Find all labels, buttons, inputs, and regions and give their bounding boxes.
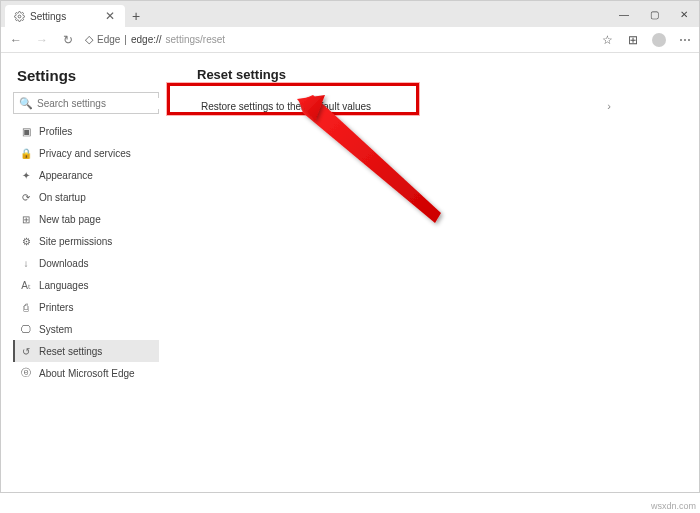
- sidebar-item-label: On startup: [39, 192, 86, 203]
- sidebar-item-label: Downloads: [39, 258, 88, 269]
- sidebar-item-system[interactable]: 🖵System: [13, 318, 159, 340]
- privacy-icon: 🔒: [19, 146, 33, 160]
- refresh-button[interactable]: ↻: [59, 31, 77, 49]
- reset-icon: ↺: [19, 344, 33, 358]
- appearance-icon: ✦: [19, 168, 33, 182]
- sidebar-item-label: Site permissions: [39, 236, 112, 247]
- sidebar-item-appearance[interactable]: ✦Appearance: [13, 164, 159, 186]
- sidebar-item-about-microsoft-edge[interactable]: ⓔAbout Microsoft Edge: [13, 362, 159, 384]
- main-panel: Reset settings Restore settings to their…: [171, 53, 699, 492]
- page-content: Settings 🔍 ▣Profiles🔒Privacy and service…: [1, 53, 699, 492]
- newtab-icon: ⊞: [19, 212, 33, 226]
- browser-window: Settings ✕ + — ▢ ✕ ← → ↻ ◇ Edge | edge:/…: [0, 0, 700, 493]
- search-box[interactable]: 🔍: [13, 92, 159, 114]
- url-path: settings/reset: [166, 34, 225, 45]
- sidebar-nav: ▣Profiles🔒Privacy and services✦Appearanc…: [13, 120, 159, 384]
- gear-icon: [13, 10, 25, 22]
- search-input[interactable]: [37, 98, 164, 109]
- back-button[interactable]: ←: [7, 31, 25, 49]
- url-host: edge://: [131, 34, 162, 45]
- browser-tab[interactable]: Settings ✕: [5, 5, 125, 27]
- minimize-button[interactable]: —: [609, 1, 639, 27]
- sidebar-item-profiles[interactable]: ▣Profiles: [13, 120, 159, 142]
- window-controls: — ▢ ✕: [609, 1, 699, 27]
- favorite-button[interactable]: ☆: [599, 32, 615, 48]
- about-icon: ⓔ: [19, 366, 33, 380]
- sidebar-item-printers[interactable]: ⎙Printers: [13, 296, 159, 318]
- svg-point-0: [18, 15, 21, 18]
- sidebar-item-label: Reset settings: [39, 346, 102, 357]
- permissions-icon: ⚙: [19, 234, 33, 248]
- languages-icon: Aₜ: [19, 278, 33, 292]
- watermark: wsxdn.com: [651, 501, 696, 511]
- sidebar-item-reset-settings[interactable]: ↺Reset settings: [13, 340, 159, 362]
- main-heading: Reset settings: [191, 67, 679, 82]
- sidebar-item-label: Printers: [39, 302, 73, 313]
- search-icon: 🔍: [19, 97, 33, 110]
- printers-icon: ⎙: [19, 300, 33, 314]
- sidebar-item-label: About Microsoft Edge: [39, 368, 135, 379]
- sidebar-item-site-permissions[interactable]: ⚙Site permissions: [13, 230, 159, 252]
- address-field[interactable]: ◇ Edge | edge://settings/reset: [85, 33, 591, 46]
- downloads-icon: ↓: [19, 256, 33, 270]
- sidebar-item-languages[interactable]: AₜLanguages: [13, 274, 159, 296]
- tab-title: Settings: [30, 11, 66, 22]
- chevron-right-icon: ›: [607, 100, 611, 112]
- avatar-icon: [652, 33, 666, 47]
- system-icon: 🖵: [19, 322, 33, 336]
- sidebar-item-label: New tab page: [39, 214, 101, 225]
- new-tab-button[interactable]: +: [125, 5, 147, 27]
- profiles-icon: ▣: [19, 124, 33, 138]
- sidebar-item-label: Appearance: [39, 170, 93, 181]
- maximize-button[interactable]: ▢: [639, 1, 669, 27]
- sidebar-item-on-startup[interactable]: ⟳On startup: [13, 186, 159, 208]
- extensions-button[interactable]: ⊞: [625, 32, 641, 48]
- sidebar-item-downloads[interactable]: ↓Downloads: [13, 252, 159, 274]
- sidebar-item-label: Profiles: [39, 126, 72, 137]
- close-window-button[interactable]: ✕: [669, 1, 699, 27]
- forward-button[interactable]: →: [33, 31, 51, 49]
- sidebar-item-label: Languages: [39, 280, 89, 291]
- sidebar-item-label: System: [39, 324, 72, 335]
- security-icon: ◇: [85, 33, 93, 46]
- startup-icon: ⟳: [19, 190, 33, 204]
- more-button[interactable]: ⋯: [677, 32, 693, 48]
- sidebar-title: Settings: [17, 67, 159, 84]
- address-bar: ← → ↻ ◇ Edge | edge://settings/reset ☆ ⊞…: [1, 27, 699, 53]
- profile-button[interactable]: [651, 32, 667, 48]
- sidebar-item-new-tab-page[interactable]: ⊞New tab page: [13, 208, 159, 230]
- restore-defaults-label: Restore settings to their default values: [201, 101, 371, 112]
- sidebar-item-privacy-and-services[interactable]: 🔒Privacy and services: [13, 142, 159, 164]
- url-scheme-label: Edge: [97, 34, 120, 45]
- tab-close-button[interactable]: ✕: [103, 9, 117, 23]
- settings-sidebar: Settings 🔍 ▣Profiles🔒Privacy and service…: [1, 53, 171, 492]
- sidebar-item-label: Privacy and services: [39, 148, 131, 159]
- title-bar: Settings ✕ + — ▢ ✕: [1, 1, 699, 27]
- restore-defaults-row[interactable]: Restore settings to their default values…: [191, 92, 621, 120]
